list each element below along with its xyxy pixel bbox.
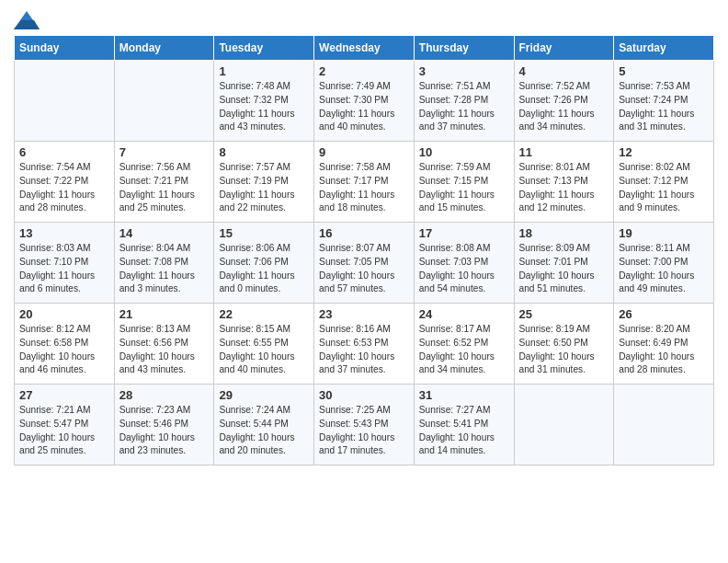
- day-number: 27: [19, 388, 109, 402]
- calendar-cell: 27Sunrise: 7:21 AM Sunset: 5:47 PM Dayli…: [15, 385, 115, 465]
- calendar-cell: 22Sunrise: 8:15 AM Sunset: 6:55 PM Dayli…: [214, 304, 314, 385]
- calendar-cell: 11Sunrise: 8:01 AM Sunset: 7:13 PM Dayli…: [514, 142, 614, 223]
- weekday-header-sunday: Sunday: [15, 36, 115, 61]
- cell-info: Sunrise: 7:54 AM Sunset: 7:22 PM Dayligh…: [19, 161, 109, 215]
- day-number: 22: [219, 307, 309, 321]
- week-row-4: 20Sunrise: 8:12 AM Sunset: 6:58 PM Dayli…: [15, 304, 714, 385]
- calendar-cell: 16Sunrise: 8:07 AM Sunset: 7:05 PM Dayli…: [314, 223, 415, 304]
- cell-info: Sunrise: 7:48 AM Sunset: 7:32 PM Dayligh…: [219, 80, 309, 134]
- day-number: 21: [119, 307, 210, 321]
- cell-info: Sunrise: 8:01 AM Sunset: 7:13 PM Dayligh…: [519, 161, 609, 215]
- cell-info: Sunrise: 8:03 AM Sunset: 7:10 PM Dayligh…: [19, 242, 109, 296]
- cell-info: Sunrise: 7:49 AM Sunset: 7:30 PM Dayligh…: [319, 80, 409, 134]
- calendar-cell: 28Sunrise: 7:23 AM Sunset: 5:46 PM Dayli…: [114, 385, 214, 465]
- cell-info: Sunrise: 8:06 AM Sunset: 7:06 PM Dayligh…: [219, 242, 309, 296]
- weekday-header-friday: Friday: [514, 36, 614, 61]
- cell-info: Sunrise: 8:02 AM Sunset: 7:12 PM Dayligh…: [619, 161, 709, 215]
- week-row-2: 6Sunrise: 7:54 AM Sunset: 7:22 PM Daylig…: [15, 142, 714, 223]
- cell-info: Sunrise: 8:15 AM Sunset: 6:55 PM Dayligh…: [219, 323, 309, 377]
- cell-info: Sunrise: 7:52 AM Sunset: 7:26 PM Dayligh…: [519, 80, 609, 134]
- day-number: 17: [419, 226, 509, 240]
- weekday-header-tuesday: Tuesday: [214, 36, 314, 61]
- calendar-cell: 7Sunrise: 7:56 AM Sunset: 7:21 PM Daylig…: [114, 142, 214, 223]
- cell-info: Sunrise: 7:23 AM Sunset: 5:46 PM Dayligh…: [119, 404, 210, 458]
- calendar-cell: 29Sunrise: 7:24 AM Sunset: 5:44 PM Dayli…: [214, 385, 314, 465]
- weekday-header-row: SundayMondayTuesdayWednesdayThursdayFrid…: [15, 36, 714, 61]
- cell-info: Sunrise: 7:59 AM Sunset: 7:15 PM Dayligh…: [419, 161, 509, 215]
- day-number: 4: [519, 64, 609, 78]
- day-number: 23: [319, 307, 409, 321]
- day-number: 8: [219, 145, 309, 159]
- day-number: 29: [219, 388, 309, 402]
- calendar-cell: 3Sunrise: 7:51 AM Sunset: 7:28 PM Daylig…: [414, 61, 514, 142]
- calendar-cell: [15, 61, 115, 142]
- day-number: 10: [419, 145, 509, 159]
- cell-info: Sunrise: 8:12 AM Sunset: 6:58 PM Dayligh…: [19, 323, 109, 377]
- calendar-cell: 14Sunrise: 8:04 AM Sunset: 7:08 PM Dayli…: [114, 223, 214, 304]
- day-number: 28: [119, 388, 210, 402]
- header: [14, 9, 714, 28]
- day-number: 14: [119, 226, 210, 240]
- week-row-5: 27Sunrise: 7:21 AM Sunset: 5:47 PM Dayli…: [15, 385, 714, 465]
- cell-info: Sunrise: 7:58 AM Sunset: 7:17 PM Dayligh…: [319, 161, 409, 215]
- calendar-cell: 1Sunrise: 7:48 AM Sunset: 7:32 PM Daylig…: [214, 61, 314, 142]
- calendar-cell: 21Sunrise: 8:13 AM Sunset: 6:56 PM Dayli…: [114, 304, 214, 385]
- weekday-header-saturday: Saturday: [614, 36, 714, 61]
- cell-info: Sunrise: 7:21 AM Sunset: 5:47 PM Dayligh…: [19, 404, 109, 458]
- day-number: 13: [19, 226, 109, 240]
- calendar-cell: 13Sunrise: 8:03 AM Sunset: 7:10 PM Dayli…: [15, 223, 115, 304]
- day-number: 5: [619, 64, 709, 78]
- cell-info: Sunrise: 8:09 AM Sunset: 7:01 PM Dayligh…: [519, 242, 609, 296]
- day-number: 2: [319, 64, 409, 78]
- cell-info: Sunrise: 7:27 AM Sunset: 5:41 PM Dayligh…: [419, 404, 509, 458]
- cell-info: Sunrise: 7:25 AM Sunset: 5:43 PM Dayligh…: [319, 404, 409, 458]
- day-number: 15: [219, 226, 309, 240]
- day-number: 16: [319, 226, 409, 240]
- calendar-cell: 26Sunrise: 8:20 AM Sunset: 6:49 PM Dayli…: [614, 304, 714, 385]
- day-number: 20: [19, 307, 109, 321]
- calendar-cell: 24Sunrise: 8:17 AM Sunset: 6:52 PM Dayli…: [414, 304, 514, 385]
- calendar-cell: [114, 61, 214, 142]
- cell-info: Sunrise: 8:07 AM Sunset: 7:05 PM Dayligh…: [319, 242, 409, 296]
- calendar-cell: 10Sunrise: 7:59 AM Sunset: 7:15 PM Dayli…: [414, 142, 514, 223]
- calendar-cell: 20Sunrise: 8:12 AM Sunset: 6:58 PM Dayli…: [15, 304, 115, 385]
- calendar-cell: 8Sunrise: 7:57 AM Sunset: 7:19 PM Daylig…: [214, 142, 314, 223]
- day-number: 26: [619, 307, 709, 321]
- weekday-header-thursday: Thursday: [414, 36, 514, 61]
- calendar-cell: 25Sunrise: 8:19 AM Sunset: 6:50 PM Dayli…: [514, 304, 614, 385]
- week-row-3: 13Sunrise: 8:03 AM Sunset: 7:10 PM Dayli…: [15, 223, 714, 304]
- calendar-cell: 30Sunrise: 7:25 AM Sunset: 5:43 PM Dayli…: [314, 385, 415, 465]
- day-number: 19: [619, 226, 709, 240]
- calendar-cell: [614, 385, 714, 465]
- calendar-cell: 31Sunrise: 7:27 AM Sunset: 5:41 PM Dayli…: [414, 385, 514, 465]
- calendar-cell: 12Sunrise: 8:02 AM Sunset: 7:12 PM Dayli…: [614, 142, 714, 223]
- cell-info: Sunrise: 8:17 AM Sunset: 6:52 PM Dayligh…: [419, 323, 509, 377]
- weekday-header-wednesday: Wednesday: [314, 36, 415, 61]
- day-number: 3: [419, 64, 509, 78]
- cell-info: Sunrise: 7:51 AM Sunset: 7:28 PM Dayligh…: [419, 80, 509, 134]
- calendar-cell: 2Sunrise: 7:49 AM Sunset: 7:30 PM Daylig…: [314, 61, 415, 142]
- calendar-cell: 23Sunrise: 8:16 AM Sunset: 6:53 PM Dayli…: [314, 304, 415, 385]
- calendar-cell: 4Sunrise: 7:52 AM Sunset: 7:26 PM Daylig…: [514, 61, 614, 142]
- day-number: 9: [319, 145, 409, 159]
- cell-info: Sunrise: 7:53 AM Sunset: 7:24 PM Dayligh…: [619, 80, 709, 134]
- cell-info: Sunrise: 7:57 AM Sunset: 7:19 PM Dayligh…: [219, 161, 309, 215]
- calendar-cell: [514, 385, 614, 465]
- svg-marker-1: [14, 20, 40, 29]
- cell-info: Sunrise: 8:16 AM Sunset: 6:53 PM Dayligh…: [319, 323, 409, 377]
- cell-info: Sunrise: 8:19 AM Sunset: 6:50 PM Dayligh…: [519, 323, 609, 377]
- calendar-table: SundayMondayTuesdayWednesdayThursdayFrid…: [14, 35, 714, 465]
- cell-info: Sunrise: 8:11 AM Sunset: 7:00 PM Dayligh…: [619, 242, 709, 296]
- calendar-cell: 9Sunrise: 7:58 AM Sunset: 7:17 PM Daylig…: [314, 142, 415, 223]
- weekday-header-monday: Monday: [114, 36, 214, 61]
- day-number: 7: [119, 145, 210, 159]
- cell-info: Sunrise: 8:08 AM Sunset: 7:03 PM Dayligh…: [419, 242, 509, 296]
- calendar-cell: 6Sunrise: 7:54 AM Sunset: 7:22 PM Daylig…: [15, 142, 115, 223]
- cell-info: Sunrise: 7:56 AM Sunset: 7:21 PM Dayligh…: [119, 161, 210, 215]
- calendar-cell: 5Sunrise: 7:53 AM Sunset: 7:24 PM Daylig…: [614, 61, 714, 142]
- day-number: 30: [319, 388, 409, 402]
- day-number: 18: [519, 226, 609, 240]
- calendar-cell: 15Sunrise: 8:06 AM Sunset: 7:06 PM Dayli…: [214, 223, 314, 304]
- cell-info: Sunrise: 8:13 AM Sunset: 6:56 PM Dayligh…: [119, 323, 210, 377]
- cell-info: Sunrise: 8:20 AM Sunset: 6:49 PM Dayligh…: [619, 323, 709, 377]
